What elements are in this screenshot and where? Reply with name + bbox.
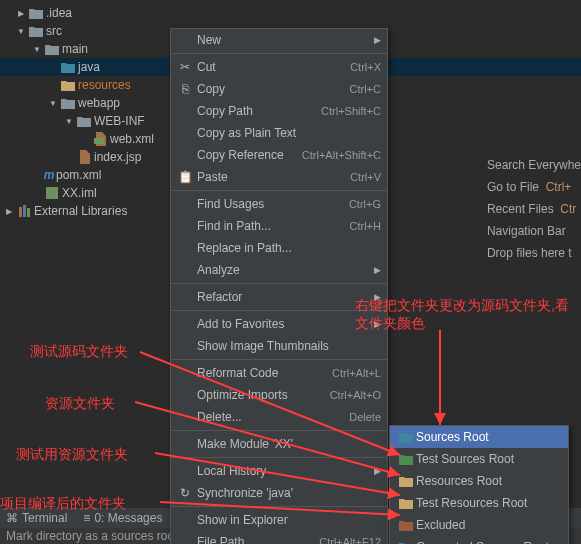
menu-optimize-imports[interactable]: Optimize ImportsCtrl+Alt+O — [171, 384, 387, 406]
submenu-excluded[interactable]: Excluded — [390, 514, 568, 536]
chevron-right-icon: ▶ — [374, 466, 381, 476]
chevron-down-icon — [32, 44, 42, 54]
tree-label: main — [62, 42, 88, 56]
tree-label: XX.iml — [62, 186, 97, 200]
menu-paste[interactable]: 📋PasteCtrl+V — [171, 166, 387, 188]
sync-icon: ↻ — [177, 485, 193, 501]
menu-refactor[interactable]: Refactor▶ — [171, 286, 387, 308]
chevron-down-icon — [16, 26, 26, 36]
terminal-icon: ⌘ — [6, 511, 18, 525]
iml-file-icon — [45, 186, 59, 200]
paste-icon: 📋 — [177, 169, 193, 185]
tree-label: web.xml — [110, 132, 154, 146]
tree-label: resources — [78, 78, 131, 92]
folder-icon — [399, 496, 413, 510]
folder-icon — [61, 78, 75, 92]
menu-make-module[interactable]: Make Module 'XX' — [171, 433, 387, 455]
maven-icon: m — [42, 168, 56, 182]
menu-copy[interactable]: ⎘CopyCtrl+C — [171, 78, 387, 100]
menu-copy-path[interactable]: Copy PathCtrl+Shift+C — [171, 100, 387, 122]
hint-drop: Drop files here t — [481, 246, 581, 260]
jsp-file-icon — [77, 150, 91, 164]
menu-replace-in-path[interactable]: Replace in Path... — [171, 237, 387, 259]
folder-icon — [399, 430, 413, 444]
chevron-down-icon — [64, 116, 74, 126]
menu-separator — [171, 430, 387, 431]
folder-icon — [399, 452, 413, 466]
folder-icon — [77, 114, 91, 128]
tab-messages[interactable]: ≡0: Messages — [83, 511, 162, 525]
menu-reformat[interactable]: Reformat CodeCtrl+Alt+L — [171, 362, 387, 384]
menu-delete[interactable]: Delete...Delete — [171, 406, 387, 428]
hint-goto: Go to File Ctrl+ — [481, 180, 581, 194]
chevron-right-icon — [4, 206, 14, 216]
menu-synchronize[interactable]: ↻Synchronize 'java' — [171, 482, 387, 504]
tab-terminal[interactable]: ⌘Terminal — [6, 511, 67, 525]
menu-separator — [171, 359, 387, 360]
svg-rect-2 — [23, 205, 26, 217]
submenu-test-resources-root[interactable]: Test Resources Root — [390, 492, 568, 514]
hint-nav: Navigation Bar — [481, 224, 581, 238]
hint-search: Search Everywhe — [481, 158, 581, 172]
menu-analyze[interactable]: Analyze▶ — [171, 259, 387, 281]
svg-rect-3 — [27, 208, 30, 217]
menu-separator — [171, 457, 387, 458]
cut-icon: ✂ — [177, 59, 193, 75]
context-menu: New▶ ✂CutCtrl+X ⎘CopyCtrl+C Copy PathCtr… — [170, 28, 388, 544]
chevron-down-icon — [48, 98, 58, 108]
tree-label: External Libraries — [34, 204, 127, 218]
menu-copy-plain[interactable]: Copy as Plain Text — [171, 122, 387, 144]
menu-separator — [171, 506, 387, 507]
chevron-right-icon: ▶ — [374, 265, 381, 275]
svg-rect-0 — [46, 187, 58, 199]
chevron-right-icon — [16, 8, 26, 18]
tree-label: src — [46, 24, 62, 38]
tree-label: java — [78, 60, 100, 74]
tree-label: pom.xml — [56, 168, 101, 182]
tree-label: .idea — [46, 6, 72, 20]
folder-icon — [61, 96, 75, 110]
messages-icon: ≡ — [83, 511, 90, 525]
editor-hints: Search Everywhe Go to File Ctrl+ Recent … — [481, 150, 581, 268]
submenu-test-sources-root[interactable]: Test Sources Root — [390, 448, 568, 470]
submenu-generated-sources[interactable]: Generated Sources Root — [390, 536, 568, 544]
annotation-test-resources: 测试用资源文件夹 — [16, 446, 128, 464]
chevron-right-icon: ▶ — [374, 292, 381, 302]
svg-rect-1 — [19, 207, 22, 217]
tree-item-idea[interactable]: .idea — [0, 4, 581, 22]
menu-show-explorer[interactable]: Show in Explorer — [171, 509, 387, 531]
folder-icon — [61, 60, 75, 74]
copy-icon: ⎘ — [177, 81, 193, 97]
folder-icon — [399, 474, 413, 488]
folder-icon — [29, 6, 43, 20]
menu-local-history[interactable]: Local History▶ — [171, 460, 387, 482]
menu-separator — [171, 310, 387, 311]
tree-label: WEB-INF — [94, 114, 145, 128]
tree-label: webapp — [78, 96, 120, 110]
submenu-sources-root[interactable]: Sources Root — [390, 426, 568, 448]
folder-icon — [399, 518, 413, 532]
menu-separator — [171, 283, 387, 284]
menu-new[interactable]: New▶ — [171, 29, 387, 51]
menu-find-in-path[interactable]: Find in Path...Ctrl+H — [171, 215, 387, 237]
annotation-main: 右键把文件夹更改为源码文件夹,看文件夹颜色 — [355, 296, 575, 332]
menu-cut[interactable]: ✂CutCtrl+X — [171, 56, 387, 78]
chevron-right-icon: ▶ — [374, 35, 381, 45]
menu-separator — [171, 53, 387, 54]
xml-file-icon — [93, 132, 107, 146]
mark-directory-submenu: Sources Root Test Sources Root Resources… — [389, 425, 569, 544]
tree-label: index.jsp — [94, 150, 141, 164]
menu-copy-ref[interactable]: Copy ReferenceCtrl+Alt+Shift+C — [171, 144, 387, 166]
annotation-test-sources: 测试源码文件夹 — [30, 343, 128, 361]
chevron-right-icon: ▶ — [374, 319, 381, 329]
folder-icon — [399, 540, 413, 544]
menu-add-favorites[interactable]: Add to Favorites▶ — [171, 313, 387, 335]
menu-find-usages[interactable]: Find UsagesCtrl+G — [171, 193, 387, 215]
library-icon — [17, 204, 31, 218]
folder-icon — [29, 24, 43, 38]
menu-file-path[interactable]: File PathCtrl+Alt+F12 — [171, 531, 387, 544]
menu-show-thumbnails[interactable]: Show Image Thumbnails — [171, 335, 387, 357]
folder-icon — [45, 42, 59, 56]
submenu-resources-root[interactable]: Resources Root — [390, 470, 568, 492]
menu-separator — [171, 190, 387, 191]
